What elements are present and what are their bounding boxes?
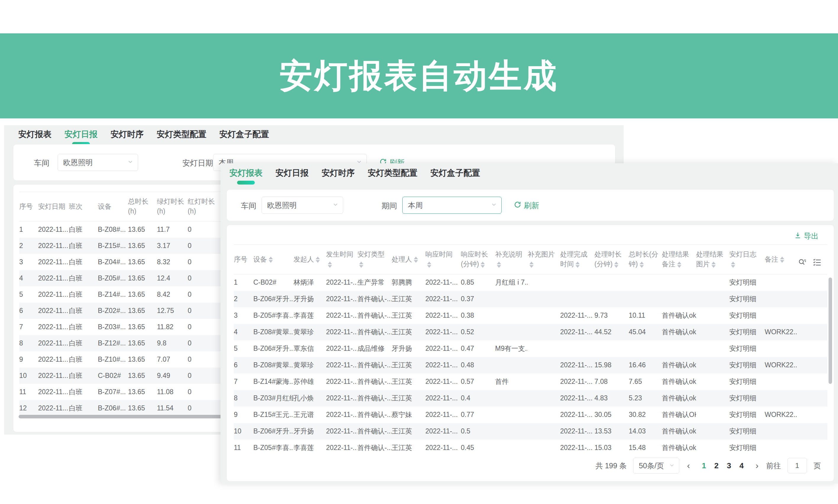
column-header: 红灯时长(h): [188, 192, 220, 221]
sort-caret-icon[interactable]: [328, 262, 332, 268]
cell: B-Z05#李喜...: [253, 439, 293, 456]
cell: 0.37: [461, 291, 495, 307]
nav-tab[interactable]: 安灯报表: [229, 167, 262, 185]
sort-caret-icon[interactable]: [712, 262, 716, 268]
column-header[interactable]: 响应时长(分钟): [461, 245, 495, 274]
cell: B-Z02#...: [98, 303, 128, 319]
nav-tab[interactable]: 安灯日报: [275, 167, 309, 185]
goto-page-input[interactable]: [787, 458, 807, 473]
cell: C-B02#: [98, 367, 128, 384]
cell: 9.73: [595, 307, 629, 324]
andon-date-label: 安灯日期: [182, 158, 213, 168]
column-header[interactable]: 处理人: [392, 245, 425, 274]
sort-caret-icon[interactable]: [614, 262, 618, 268]
column-header[interactable]: 发起人: [293, 245, 326, 274]
column-header[interactable]: 处理时长(分钟): [595, 245, 629, 274]
cell: 2022-11-...: [326, 357, 357, 374]
cell: 13.65: [128, 286, 157, 303]
cell: 5.23: [629, 390, 662, 407]
page-size-select[interactable]: 50条/页: [633, 458, 679, 473]
nav-tab[interactable]: 安灯类型配置: [157, 129, 206, 146]
page-number[interactable]: 3: [723, 461, 735, 470]
search-columns-icon[interactable]: [798, 258, 807, 268]
sort-caret-icon[interactable]: [269, 256, 273, 263]
sort-caret-icon[interactable]: [677, 262, 681, 268]
sort-caret-icon[interactable]: [481, 262, 485, 268]
sort-caret-icon[interactable]: [427, 262, 431, 268]
vertical-scrollbar[interactable]: [828, 277, 832, 384]
cell: 首件确认ok: [662, 390, 696, 407]
cell: M9有一支...: [495, 340, 528, 357]
next-page-button[interactable]: ›: [754, 461, 760, 470]
column-header[interactable]: 备注: [765, 245, 797, 274]
cell: 7: [234, 374, 253, 390]
workshop-select[interactable]: 欧恩照明: [261, 197, 343, 214]
nav-tab[interactable]: 安灯时序: [110, 129, 144, 146]
nav-tab[interactable]: 安灯盒子配置: [219, 129, 269, 146]
page-number[interactable]: 4: [735, 461, 748, 470]
cell: 11.7: [157, 221, 188, 238]
column-header[interactable]: 安灯类型: [357, 245, 392, 274]
cell: 7.07: [157, 352, 188, 367]
sort-caret-icon[interactable]: [640, 262, 644, 268]
cell: 2022-11-...: [560, 423, 595, 439]
cell: 0: [188, 303, 220, 319]
cell: 2022-11-...: [425, 374, 461, 390]
column-header[interactable]: 设备: [253, 245, 293, 274]
cell: [765, 291, 797, 307]
column-header[interactable]: 安灯日志: [729, 245, 765, 274]
nav-tab[interactable]: 安灯时序: [322, 167, 355, 185]
column-header[interactable]: 补充图片: [528, 245, 560, 274]
sort-caret-icon[interactable]: [576, 262, 580, 268]
refresh-button[interactable]: 刷新: [512, 200, 541, 211]
column-settings-icon[interactable]: [813, 258, 821, 268]
sort-caret-icon[interactable]: [359, 262, 363, 268]
column-header[interactable]: 发生时间: [326, 245, 357, 274]
cell: [629, 274, 662, 291]
column-header[interactable]: 总时长(分钟): [629, 245, 662, 274]
sort-caret-icon[interactable]: [780, 256, 784, 263]
page-number[interactable]: 2: [710, 461, 723, 470]
cell: 安灯明细: [729, 324, 765, 340]
cell: [765, 390, 797, 407]
prev-page-button[interactable]: ‹: [686, 461, 691, 470]
column-header[interactable]: 处理结果图片: [696, 245, 729, 274]
cell: [696, 291, 729, 307]
cell: 2022-11-...: [425, 274, 461, 291]
cell: [528, 374, 560, 390]
cell: 10: [19, 367, 38, 384]
nav-tab[interactable]: 安灯报表: [18, 129, 51, 146]
cell: 2022-11-...: [425, 340, 461, 357]
column-header[interactable]: 响应时间: [425, 245, 461, 274]
cell: B-Z08#黄翠...: [253, 324, 293, 340]
cell: [528, 340, 560, 357]
period-select[interactable]: 本周: [402, 197, 502, 214]
cell: 白班: [69, 238, 98, 254]
column-header: 绿灯时长(h): [157, 192, 188, 221]
cell: 林炳泽: [293, 274, 326, 291]
cell: 11: [234, 439, 253, 456]
export-button[interactable]: 导出: [792, 231, 820, 241]
column-header[interactable]: 补充说明: [495, 245, 528, 274]
nav-tab[interactable]: 安灯盒子配置: [430, 167, 480, 185]
page-number[interactable]: 1: [698, 461, 710, 470]
nav-tab[interactable]: 安灯日报: [65, 129, 98, 146]
sort-caret-icon[interactable]: [414, 256, 418, 263]
cell: 3: [19, 254, 38, 270]
cell: 0.48: [461, 357, 495, 374]
cell: 5: [234, 340, 253, 357]
sort-caret-icon[interactable]: [731, 262, 735, 268]
nav-tab[interactable]: 安灯类型配置: [368, 167, 417, 185]
cell: WORK22...: [765, 357, 797, 374]
column-header[interactable]: 处理结果备注: [662, 245, 696, 274]
column-header[interactable]: 处理完成时间: [560, 245, 595, 274]
cell: 3: [234, 307, 253, 324]
cell: [662, 340, 696, 357]
cell: 13.65: [128, 221, 157, 238]
cell: 首件确认-...: [357, 423, 392, 439]
sort-caret-icon[interactable]: [497, 262, 501, 268]
sort-caret-icon[interactable]: [529, 262, 533, 268]
sort-caret-icon[interactable]: [316, 256, 320, 263]
cell: [662, 274, 696, 291]
workshop-select[interactable]: 欧恩照明: [58, 154, 138, 171]
